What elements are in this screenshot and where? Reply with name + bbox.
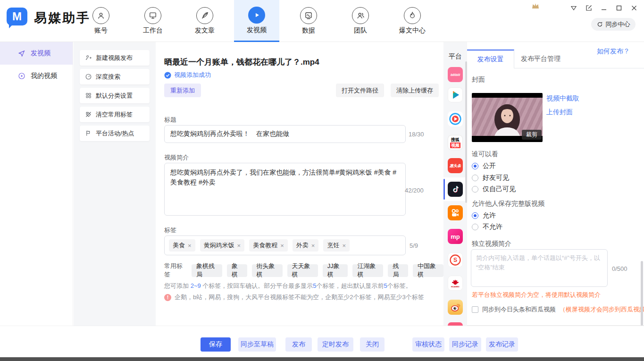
remove-tag-icon[interactable]: × [311, 242, 315, 249]
radio-off-icon[interactable] [472, 224, 478, 230]
sidebar-item-publish-video[interactable]: 发视频 [0, 42, 73, 65]
sidebar-item-my-videos[interactable]: 我的视频 [0, 65, 73, 87]
sync-to-draft-button[interactable]: 同步至草稿 [238, 337, 276, 352]
publish-records-button[interactable]: 发布记录 [486, 337, 518, 352]
tags-input[interactable]: 美食× 黄焖鸡米饭× 美食教程× 外卖× 烹饪× [164, 235, 406, 255]
clear-upload-cache-button[interactable]: 清除上传缓存 [391, 84, 439, 97]
platform-sohu-video[interactable]: 搜狐 视频 [443, 131, 467, 154]
platform-activity-button[interactable]: 平台活动/热点 [80, 126, 150, 141]
new-video-publish-button[interactable]: 新建视频发布 [80, 50, 150, 66]
sync-toutiao-checkbox-row[interactable]: 同步到今日头条和西瓜视频（横屏视频才会同步到西瓜视频） [472, 305, 644, 314]
platform-tencent-video[interactable] [443, 83, 467, 107]
tag-chip[interactable]: 黄焖鸡米饭× [200, 239, 245, 252]
readd-video-button[interactable]: 重新添加 [164, 84, 201, 97]
radio-friends-only[interactable]: 好友可见 [472, 174, 509, 182]
tag-chip[interactable]: 外卖× [293, 239, 319, 252]
common-tag-chip[interactable]: 中国象棋 [413, 264, 443, 277]
save-button[interactable]: 保存 [201, 337, 231, 352]
nav-team[interactable]: 团队 [338, 0, 383, 42]
platform-partial-icon[interactable] [448, 322, 463, 326]
common-tag-chip[interactable]: 天天象棋 [287, 264, 318, 277]
platform-weibo[interactable] [443, 295, 467, 319]
allow-save-label: 允许他人保存完整版视频 [472, 200, 544, 208]
radio-public[interactable]: 公开 [472, 162, 496, 170]
deep-search-button[interactable]: 深度搜索 [80, 69, 150, 84]
sohu-video-icon: 搜狐 视频 [448, 135, 463, 150]
theme-icon[interactable] [569, 4, 578, 12]
nav-workbench[interactable]: 工作台 [130, 0, 176, 42]
checkbox-unchecked-icon[interactable] [472, 306, 478, 313]
remove-tag-icon[interactable]: × [280, 242, 284, 249]
tag-chip[interactable]: 美食教程× [249, 239, 288, 252]
platform-douyin-selected[interactable] [443, 177, 467, 201]
crop-button[interactable]: 裁剪 [522, 130, 542, 140]
nav-article[interactable]: 发文章 [182, 0, 227, 42]
tag-chip[interactable]: 美食× [169, 239, 195, 252]
radio-allow[interactable]: 允许 [472, 211, 496, 220]
remove-tag-icon[interactable]: × [237, 242, 241, 249]
flame-icon [404, 7, 421, 24]
category-grid-icon [85, 92, 92, 99]
sync-center-button[interactable]: 同步中心 [591, 18, 636, 31]
common-tag-chip[interactable]: 街头象棋 [252, 264, 283, 277]
upload-status: 视频添加成功 [164, 71, 211, 79]
tags-help-text: 您可添加 2~9 个标签，按回车确认。部分平台最多显示5个标签，超出默认显示前5… [164, 282, 412, 290]
check-circle-icon [164, 72, 171, 79]
vip-crown-icon [531, 2, 540, 9]
radio-private[interactable]: 仅自己可见 [472, 185, 516, 193]
capture-from-video-link[interactable]: 视频中截取 [546, 94, 579, 103]
clear-common-tags-button[interactable]: 清空常用标签 [80, 107, 150, 122]
title-input[interactable] [164, 125, 406, 143]
nav-account[interactable]: 账号 [78, 0, 124, 42]
common-tag-chip[interactable]: 象棋 [227, 264, 247, 277]
publish-button[interactable]: 发布 [285, 337, 312, 352]
kuaishou-icon [448, 205, 463, 220]
selected-indicator [443, 179, 445, 200]
schedule-publish-button[interactable]: 定时发布 [318, 337, 353, 352]
platform-meipai[interactable]: mp [443, 225, 467, 248]
close-button[interactable]: 关闭 [360, 337, 385, 352]
remove-tag-icon[interactable]: × [342, 242, 346, 249]
description-textarea[interactable]: 想吃黄焖鸡别再点外卖了，我们在家也能做，方法很简单#黄焖鸡米饭 #美食 #美食教… [164, 163, 406, 216]
cover-thumbnail[interactable]: 裁剪 [472, 93, 543, 142]
tab-platform-management[interactable]: 发布平台管理 [514, 50, 567, 68]
how-to-publish-link[interactable]: 如何发布？ [597, 47, 630, 56]
radio-disallow[interactable]: 不允许 [472, 223, 502, 231]
platform-huawei[interactable]: HUAWEI [443, 271, 467, 295]
platform-sogou[interactable]: S [443, 248, 467, 272]
common-tag-chip[interactable]: 江湖象棋 [352, 264, 383, 277]
tab-publish-settings[interactable]: 发布设置 [467, 50, 514, 68]
audit-status-button[interactable]: 审核状态 [412, 337, 444, 352]
tag-chip[interactable]: 烹饪× [323, 239, 350, 252]
platform-huitoutiao[interactable]: 惠头条 [443, 154, 467, 177]
minimize-icon[interactable] [600, 4, 608, 12]
play-icon [248, 7, 265, 24]
default-category-button[interactable]: 默认分类设置 [80, 88, 150, 103]
radio-on-icon[interactable] [472, 163, 478, 169]
nav-data[interactable]: 数据 [286, 0, 331, 42]
radio-off-icon[interactable] [472, 175, 478, 181]
radio-off-icon[interactable] [472, 186, 478, 193]
tencent-video-icon [448, 87, 463, 102]
platform-haokan-video[interactable] [443, 107, 467, 131]
primary-nav: 账号 工作台 发文章 发视频 [78, 0, 435, 42]
independent-desc-textarea[interactable] [471, 249, 608, 287]
common-tag-chip[interactable]: JJ象棋 [323, 264, 348, 277]
maximize-icon[interactable] [615, 4, 623, 12]
nav-video[interactable]: 发视频 [234, 0, 279, 42]
remove-tag-icon[interactable]: × [188, 242, 192, 249]
compass-icon [85, 73, 92, 80]
sync-records-button[interactable]: 同步记录 [449, 337, 481, 352]
open-file-path-button[interactable]: 打开文件路径 [336, 84, 384, 97]
close-icon[interactable] [630, 4, 638, 12]
tags-label: 标签 [164, 226, 176, 235]
nav-hot-center[interactable]: 爆文中心 [390, 0, 435, 42]
title-label: 标题 [164, 116, 176, 124]
panel-scrollbar[interactable] [641, 261, 643, 326]
feedback-icon[interactable] [585, 4, 593, 12]
common-tag-chip[interactable]: 残局 [388, 264, 408, 277]
common-tag-chip[interactable]: 象棋残局 [192, 264, 222, 277]
platform-kuaishou[interactable] [443, 201, 467, 225]
radio-on-icon[interactable] [472, 212, 478, 219]
upload-cover-link[interactable]: 上传封面 [546, 108, 573, 117]
